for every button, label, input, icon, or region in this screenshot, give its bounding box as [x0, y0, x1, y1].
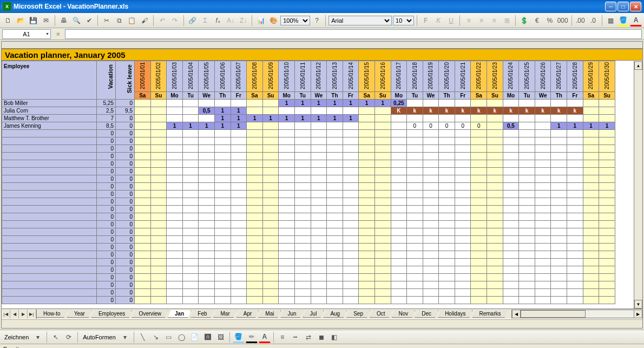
- day-cell[interactable]: [599, 228, 615, 236]
- day-cell[interactable]: [343, 289, 359, 297]
- day-cell[interactable]: k: [519, 107, 535, 115]
- day-cell[interactable]: k: [455, 107, 471, 115]
- day-cell[interactable]: [567, 183, 583, 191]
- day-cell[interactable]: [247, 191, 263, 198]
- day-cell[interactable]: [182, 153, 199, 160]
- day-cell[interactable]: [247, 183, 263, 191]
- day-cell[interactable]: [407, 259, 423, 266]
- day-cell[interactable]: [150, 130, 167, 137]
- day-cell[interactable]: [294, 145, 311, 153]
- day-cell[interactable]: [423, 130, 439, 137]
- chevron-down-icon[interactable]: ▾: [32, 331, 44, 343]
- vacation-cell[interactable]: 0: [97, 266, 116, 274]
- day-cell[interactable]: [391, 122, 407, 130]
- autoshapes-menu[interactable]: AutoFormen: [81, 334, 118, 340]
- day-cell[interactable]: [535, 289, 551, 297]
- sheet-tab-aug[interactable]: Aug: [323, 310, 347, 318]
- day-cell[interactable]: [551, 175, 567, 183]
- day-cell[interactable]: [599, 183, 615, 191]
- day-cell[interactable]: [487, 160, 503, 168]
- day-cell[interactable]: [262, 137, 279, 145]
- sheet-tab-apr[interactable]: Apr: [236, 310, 259, 318]
- day-cell[interactable]: [150, 153, 167, 160]
- day-cell[interactable]: [150, 137, 167, 145]
- day-cell[interactable]: [423, 281, 439, 289]
- day-cell[interactable]: [439, 213, 455, 221]
- day-cell[interactable]: [439, 137, 455, 145]
- day-cell[interactable]: [150, 236, 167, 244]
- day-cell[interactable]: [471, 259, 487, 266]
- date-header[interactable]: 2005/01/24: [503, 61, 519, 92]
- day-cell[interactable]: [487, 198, 503, 206]
- day-cell[interactable]: [391, 297, 407, 304]
- sick-cell[interactable]: 9,5: [116, 107, 135, 115]
- day-cell[interactable]: [199, 266, 215, 274]
- align-right-icon[interactable]: ≡: [488, 15, 500, 27]
- day-cell[interactable]: [262, 213, 279, 221]
- day-cell[interactable]: [294, 289, 311, 297]
- day-cell[interactable]: [247, 281, 263, 289]
- day-cell[interactable]: [455, 100, 471, 107]
- day-cell[interactable]: [247, 137, 263, 145]
- day-cell[interactable]: [551, 266, 567, 274]
- day-cell[interactable]: [135, 145, 151, 153]
- day-cell[interactable]: [439, 145, 455, 153]
- day-cell[interactable]: [343, 297, 359, 304]
- vacation-cell[interactable]: 0: [97, 206, 116, 213]
- day-cell[interactable]: 1: [343, 100, 359, 107]
- day-cell[interactable]: [407, 137, 423, 145]
- day-cell[interactable]: [391, 244, 407, 251]
- day-cell[interactable]: [471, 236, 487, 244]
- day-cell[interactable]: [262, 107, 279, 115]
- vacation-cell[interactable]: 0: [97, 251, 116, 259]
- day-cell[interactable]: [551, 100, 567, 107]
- day-cell[interactable]: [455, 281, 471, 289]
- day-cell[interactable]: [214, 221, 231, 228]
- day-cell[interactable]: [327, 228, 343, 236]
- day-cell[interactable]: [150, 228, 167, 236]
- day-cell[interactable]: [343, 244, 359, 251]
- day-cell[interactable]: [311, 281, 327, 289]
- day-cell[interactable]: [359, 191, 375, 198]
- day-cell[interactable]: [407, 100, 423, 107]
- day-cell[interactable]: [391, 130, 407, 137]
- tab-first-icon[interactable]: |◀: [2, 310, 10, 319]
- day-cell[interactable]: [294, 153, 311, 160]
- day-cell[interactable]: [231, 198, 247, 206]
- day-cell[interactable]: [311, 297, 327, 304]
- day-cell[interactable]: [599, 244, 615, 251]
- day-cell[interactable]: [407, 145, 423, 153]
- day-cell[interactable]: [247, 160, 263, 168]
- day-cell[interactable]: [214, 191, 231, 198]
- day-cell[interactable]: [150, 213, 167, 221]
- day-cell[interactable]: [182, 236, 199, 244]
- rotate-icon[interactable]: ⟳: [63, 331, 75, 343]
- day-cell[interactable]: [374, 130, 391, 137]
- day-cell[interactable]: [294, 281, 311, 289]
- sick-cell[interactable]: 0: [116, 274, 135, 281]
- day-cell[interactable]: [391, 274, 407, 281]
- day-cell[interactable]: [327, 198, 343, 206]
- day-cell[interactable]: [407, 221, 423, 228]
- day-cell[interactable]: [279, 251, 295, 259]
- day-cell[interactable]: [599, 145, 615, 153]
- day-cell[interactable]: [182, 266, 199, 274]
- day-cell[interactable]: [311, 160, 327, 168]
- day-cell[interactable]: [262, 183, 279, 191]
- day-cell[interactable]: [343, 266, 359, 274]
- day-cell[interactable]: [519, 153, 535, 160]
- day-cell[interactable]: 1: [231, 107, 247, 115]
- day-cell[interactable]: [167, 244, 183, 251]
- day-cell[interactable]: 1: [583, 122, 599, 130]
- day-cell[interactable]: [423, 115, 439, 122]
- day-cell[interactable]: [359, 221, 375, 228]
- day-cell[interactable]: [551, 115, 567, 122]
- sick-cell[interactable]: 0: [116, 145, 135, 153]
- day-cell[interactable]: [231, 168, 247, 175]
- day-cell[interactable]: [279, 198, 295, 206]
- day-cell[interactable]: [487, 183, 503, 191]
- employee-cell[interactable]: Bob Miller: [2, 100, 97, 107]
- day-cell[interactable]: [535, 137, 551, 145]
- day-cell[interactable]: [583, 198, 599, 206]
- day-cell[interactable]: [407, 281, 423, 289]
